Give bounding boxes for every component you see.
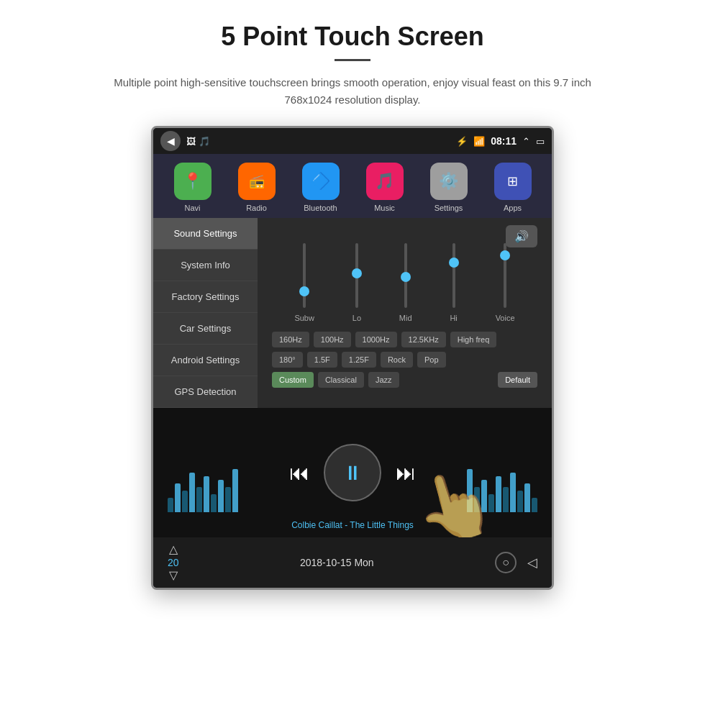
slider-label-lo: Lo bbox=[352, 314, 361, 322]
eq-buttons: 160Hz 100Hz 1000Hz 12.5KHz High freq 180… bbox=[265, 326, 545, 398]
freq-1000hz[interactable]: 1000Hz bbox=[355, 332, 397, 347]
subtitle: Multiple point high-sensitive touchscree… bbox=[101, 74, 604, 109]
preset-custom[interactable]: Custom bbox=[272, 372, 314, 388]
slider-thumb-lo[interactable] bbox=[352, 268, 362, 278]
player-controls: ⏮ ⏸ ⏭ bbox=[289, 444, 416, 501]
vis-bar bbox=[524, 483, 530, 512]
visualizer-left bbox=[168, 462, 238, 512]
slider-thumb-mid[interactable] bbox=[401, 272, 411, 282]
eq-row-freq: 160Hz 100Hz 1000Hz 12.5KHz High freq bbox=[272, 332, 537, 347]
sidebar-item-android-settings[interactable]: Android Settings bbox=[153, 345, 258, 376]
sidebar-item-gps-detection[interactable]: GPS Detection bbox=[153, 376, 258, 408]
preset-rock[interactable]: Rock bbox=[381, 352, 413, 368]
slider-voice[interactable]: Voice bbox=[496, 243, 515, 322]
app-settings[interactable]: ⚙️ Settings bbox=[430, 163, 468, 212]
preset-1-25f[interactable]: 1.25F bbox=[342, 352, 376, 368]
page-title: 5 Point Touch Screen bbox=[221, 22, 483, 52]
preset-jazz[interactable]: Jazz bbox=[368, 372, 399, 388]
nav-arrows: △ 20 ▽ bbox=[168, 544, 179, 581]
bluetooth-label: Bluetooth bbox=[304, 204, 337, 212]
sound-panel: Subw Lo Mid bbox=[258, 218, 552, 408]
freq-high[interactable]: High freq bbox=[450, 332, 497, 347]
slider-mid[interactable]: Mid bbox=[399, 243, 412, 322]
sidebar-item-car-settings[interactable]: Car Settings bbox=[153, 313, 258, 345]
slider-thumb-hi[interactable] bbox=[449, 258, 459, 268]
slider-thumb-subw[interactable] bbox=[299, 286, 309, 296]
status-bar-left: ◀ 🖼 🎵 bbox=[160, 131, 210, 151]
next-button[interactable]: ⏭ bbox=[396, 461, 416, 485]
slider-subw[interactable]: Subw bbox=[294, 243, 314, 322]
app-music[interactable]: 🎵 Music bbox=[366, 163, 404, 212]
vis-bar bbox=[175, 483, 181, 512]
vis-bar bbox=[211, 494, 217, 512]
slider-thumb-voice[interactable] bbox=[500, 250, 510, 260]
slider-hi[interactable]: Hi bbox=[450, 243, 457, 322]
eq-sliders: Subw Lo Mid bbox=[268, 229, 541, 322]
expand-icon: ⌃ bbox=[522, 136, 530, 147]
music-label: Music bbox=[374, 204, 395, 212]
settings-app-icon: ⚙️ bbox=[430, 163, 468, 200]
status-bar-right: ⚡ 📶 08:11 ⌃ ▭ bbox=[456, 135, 545, 147]
vis-bar bbox=[481, 480, 487, 512]
freq-100hz[interactable]: 100Hz bbox=[314, 332, 351, 347]
slider-label-mid: Mid bbox=[399, 314, 412, 322]
play-pause-button[interactable]: ⏸ bbox=[324, 444, 381, 501]
eq-row-presets2: Custom Classical Jazz Default bbox=[272, 372, 537, 388]
signal-icon: 📶 bbox=[473, 136, 485, 147]
title-divider bbox=[335, 59, 370, 61]
vis-bar bbox=[488, 494, 494, 512]
default-button[interactable]: Default bbox=[498, 372, 537, 388]
app-bar: 📍 Navi 📻 Radio 🔷 Bluetooth 🎵 Music ⚙️ Se… bbox=[153, 154, 552, 218]
navi-icon: 📍 bbox=[174, 163, 212, 200]
music-status-icon: 🎵 bbox=[199, 136, 210, 147]
vis-bar bbox=[204, 476, 209, 512]
window-icon: ▭ bbox=[536, 136, 545, 147]
preset-180[interactable]: 180° bbox=[272, 352, 303, 368]
vis-bar bbox=[232, 469, 238, 512]
down-arrow[interactable]: ▽ bbox=[169, 570, 178, 581]
music-app-icon: 🎵 bbox=[366, 163, 404, 200]
main-content: Sound Settings System Info Factory Setti… bbox=[153, 218, 552, 408]
time-display: 08:11 bbox=[491, 135, 517, 147]
nav-number: 20 bbox=[168, 557, 179, 568]
sidebar-item-factory-settings[interactable]: Factory Settings bbox=[153, 281, 258, 313]
back-button[interactable]: ◀ bbox=[160, 131, 181, 151]
apps-app-icon: ⊞ bbox=[494, 163, 532, 200]
vis-bar bbox=[532, 498, 537, 512]
app-apps[interactable]: ⊞ Apps bbox=[494, 163, 532, 212]
radio-icon: 📻 bbox=[238, 163, 276, 200]
vis-bar bbox=[182, 491, 188, 512]
apps-label: Apps bbox=[504, 204, 522, 212]
device-frame: ◀ 🖼 🎵 ⚡ 📶 08:11 ⌃ ▭ 📍 Navi 📻 Radio 🔷 Blu… bbox=[151, 126, 554, 590]
preset-classical[interactable]: Classical bbox=[318, 372, 364, 388]
up-arrow[interactable]: △ bbox=[169, 544, 178, 555]
freq-12-5khz[interactable]: 12.5KHz bbox=[401, 332, 446, 347]
status-bar: ◀ 🖼 🎵 ⚡ 📶 08:11 ⌃ ▭ bbox=[153, 128, 552, 154]
bluetooth-app-icon: 🔷 bbox=[302, 163, 340, 200]
sidebar-item-system-info[interactable]: System Info bbox=[153, 250, 258, 281]
vis-bar bbox=[467, 469, 473, 512]
sound-toggle-button[interactable]: 🔊 bbox=[506, 225, 537, 247]
song-title: Colbie Caillat - The Little Things bbox=[153, 520, 552, 530]
settings-label: Settings bbox=[435, 204, 463, 212]
app-radio[interactable]: 📻 Radio bbox=[238, 163, 276, 212]
slider-lo[interactable]: Lo bbox=[352, 243, 361, 322]
eq-row-presets1: 180° 1.5F 1.25F Rock Pop bbox=[272, 352, 537, 368]
sidebar-item-sound-settings[interactable]: Sound Settings bbox=[153, 218, 258, 250]
radio-label: Radio bbox=[246, 204, 267, 212]
freq-160hz[interactable]: 160Hz bbox=[272, 332, 309, 347]
vis-bar bbox=[517, 491, 523, 512]
sidebar: Sound Settings System Info Factory Setti… bbox=[153, 218, 258, 408]
app-bluetooth[interactable]: 🔷 Bluetooth bbox=[302, 163, 340, 212]
back-nav-button[interactable]: ◁ bbox=[527, 555, 537, 570]
vis-bar bbox=[189, 473, 195, 512]
vis-bar bbox=[196, 487, 202, 512]
preset-pop[interactable]: Pop bbox=[417, 352, 446, 368]
preset-1-5f[interactable]: 1.5F bbox=[307, 352, 337, 368]
vis-bar bbox=[225, 487, 231, 512]
slider-label-hi: Hi bbox=[450, 314, 457, 322]
prev-button[interactable]: ⏮ bbox=[289, 461, 309, 485]
app-navi[interactable]: 📍 Navi bbox=[174, 163, 212, 212]
visualizer-right bbox=[467, 462, 537, 512]
home-button[interactable]: ○ bbox=[495, 552, 517, 573]
